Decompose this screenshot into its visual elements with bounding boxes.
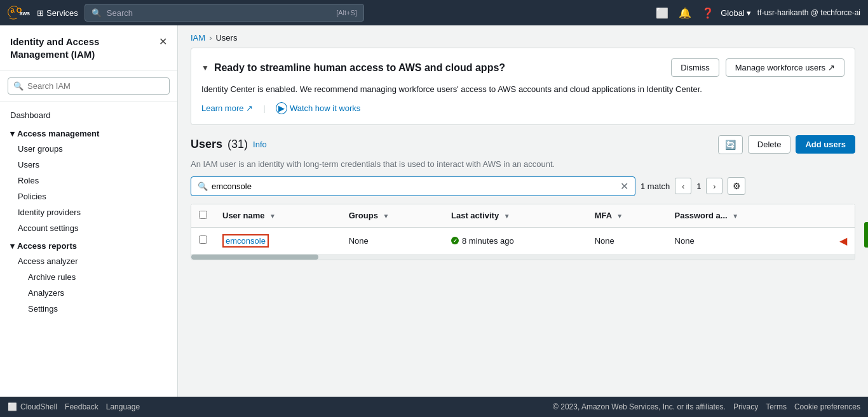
sort-icon: ▼: [504, 213, 510, 220]
content-area: IAM › Users ▼ Ready to streamline human …: [178, 25, 868, 397]
collapse-icon[interactable]: ▼: [201, 63, 209, 72]
users-count: (31): [227, 138, 248, 151]
col-groups[interactable]: Groups ▼: [341, 204, 444, 228]
help-icon[interactable]: ❓: [702, 7, 714, 19]
banner-title: ▼ Ready to streamline human access to AW…: [201, 62, 505, 74]
sidebar-search-container: 🔍: [0, 71, 177, 102]
select-all-checkbox[interactable]: [199, 211, 207, 219]
sidebar-item-account-settings[interactable]: Account settings: [0, 220, 177, 236]
users-info-link[interactable]: Info: [253, 140, 267, 149]
watch-video-link[interactable]: ▶ Watch how it works: [276, 102, 361, 114]
col-overflow: [813, 204, 855, 228]
users-description: An IAM user is an identity with long-ter…: [191, 159, 855, 169]
grid-icon: ⊞: [37, 8, 44, 18]
search-shortcut: [Alt+S]: [336, 9, 357, 17]
chevron-down-icon: ▾: [10, 129, 15, 138]
link-divider: |: [263, 103, 265, 113]
bell-icon[interactable]: 🔔: [679, 7, 691, 19]
sidebar: Identity and Access Management (IAM) ✕ 🔍…: [0, 25, 178, 397]
next-page-button[interactable]: ›: [706, 178, 722, 194]
scrollbar-thumb: [191, 255, 318, 260]
sort-icon: ▼: [269, 213, 276, 220]
users-search-input[interactable]: [212, 182, 616, 191]
sidebar-item-settings[interactable]: Settings: [0, 301, 177, 317]
bottom-bar-left: ⬜ CloudShell Feedback Language: [8, 402, 140, 411]
refresh-button[interactable]: 🔄: [718, 135, 743, 154]
search-icon: 🔍: [92, 8, 102, 18]
username-link[interactable]: emconsole: [222, 234, 269, 248]
banner-body: Identity Center is enabled. We recommend…: [201, 83, 844, 96]
feedback-link[interactable]: Feedback: [65, 402, 98, 411]
cell-password-age: None: [667, 227, 813, 254]
users-table-wrapper: User name ▼ Groups ▼ Last activity ▼: [191, 204, 855, 260]
sidebar-item-access-analyzer[interactable]: Access analyzer: [0, 253, 177, 269]
cookie-preferences-link[interactable]: Cookie preferences: [794, 402, 860, 411]
banner-links: Learn more ↗ | ▶ Watch how it works: [201, 102, 844, 114]
terms-link[interactable]: Terms: [766, 402, 787, 411]
sidebar-section-access-management: ▾ Access management: [0, 124, 177, 141]
privacy-link[interactable]: Privacy: [733, 402, 758, 411]
cloudshell-button[interactable]: ⬜ CloudShell: [8, 402, 57, 411]
users-title-group: Users (31) Info: [191, 138, 267, 151]
sidebar-item-users[interactable]: Users: [0, 157, 177, 173]
svg-text:aws: aws: [20, 10, 31, 17]
banner-actions: Dismiss Manage workforce users ↗: [671, 58, 844, 77]
main-layout: Identity and Access Management (IAM) ✕ 🔍…: [0, 25, 868, 397]
breadcrumb-iam[interactable]: IAM: [191, 33, 205, 43]
col-last-activity[interactable]: Last activity ▼: [444, 204, 587, 228]
terminal-icon[interactable]: ⬜: [656, 7, 668, 19]
copyright-text: © 2023, Amazon Web Services, Inc. or its…: [553, 402, 726, 411]
add-users-button[interactable]: Add users: [796, 135, 855, 154]
horizontal-scrollbar[interactable]: [191, 255, 855, 260]
chevron-down-icon: ▾: [10, 241, 15, 251]
col-password-age[interactable]: Password a... ▼: [667, 204, 813, 228]
aws-logo[interactable]: aws: [8, 5, 31, 20]
sidebar-item-identity-providers[interactable]: Identity providers: [0, 204, 177, 220]
sidebar-close-button[interactable]: ✕: [159, 36, 167, 48]
sidebar-item-policies[interactable]: Policies: [0, 189, 177, 204]
global-search-bar[interactable]: 🔍 [Alt+S]: [85, 4, 364, 22]
dismiss-button[interactable]: Dismiss: [671, 58, 719, 77]
manage-workforce-button[interactable]: Manage workforce users ↗: [726, 58, 844, 77]
play-icon: ▶: [276, 102, 287, 114]
region-selector[interactable]: Global ▾: [721, 8, 751, 18]
col-mfa[interactable]: MFA ▼: [587, 204, 667, 228]
cell-groups: None: [341, 227, 444, 254]
sidebar-search-input[interactable]: [27, 81, 164, 91]
bottom-bar-right: © 2023, Amazon Web Services, Inc. or its…: [553, 402, 860, 411]
identity-center-banner: ▼ Ready to streamline human access to AW…: [191, 48, 855, 125]
sidebar-item-roles[interactable]: Roles: [0, 173, 177, 189]
prev-page-button[interactable]: ‹: [675, 178, 691, 194]
users-heading: Users: [191, 138, 222, 151]
sort-icon: ▼: [616, 213, 623, 220]
pagination: ‹ 1 ›: [675, 178, 722, 194]
top-navigation: aws ⊞ Services 🔍 [Alt+S] ⬜ 🔔 ❓ Global ▾ …: [0, 0, 868, 25]
green-indicator: [864, 222, 868, 248]
services-menu[interactable]: ⊞ Services: [37, 8, 78, 18]
chevron-down-icon: ▾: [747, 8, 751, 18]
sidebar-item-dashboard[interactable]: Dashboard: [0, 107, 177, 124]
language-selector[interactable]: Language: [106, 402, 140, 411]
row-checkbox[interactable]: [199, 235, 207, 244]
delete-button[interactable]: Delete: [748, 135, 791, 154]
clear-search-button[interactable]: ✕: [620, 180, 628, 192]
users-search-bar[interactable]: 🔍 ✕: [191, 176, 635, 196]
global-search-input[interactable]: [107, 8, 331, 18]
breadcrumb: IAM › Users: [178, 25, 868, 48]
breadcrumb-users: Users: [215, 33, 237, 43]
sidebar-search-bar[interactable]: 🔍: [8, 77, 170, 95]
terminal-icon: ⬜: [8, 402, 17, 411]
user-menu[interactable]: tf-usr-harikanth @ techforce-ai: [757, 8, 860, 17]
table-row: emconsole None 8 minutes ago None None: [191, 227, 855, 254]
sort-icon: ▼: [383, 213, 390, 220]
nav-icons: ⬜ 🔔 ❓: [656, 7, 714, 19]
sidebar-title: Identity and Access Management (IAM): [10, 36, 159, 60]
learn-more-link[interactable]: Learn more ↗: [201, 103, 253, 113]
sidebar-item-user-groups[interactable]: User groups: [0, 141, 177, 157]
filter-row: 🔍 ✕ 1 match ‹ 1 › ⚙: [191, 176, 855, 196]
column-settings-button[interactable]: ⚙: [728, 177, 745, 195]
sidebar-item-analyzers[interactable]: Analyzers: [0, 285, 177, 301]
col-username[interactable]: User name ▼: [215, 204, 341, 228]
external-link-icon: ↗: [246, 103, 253, 113]
sidebar-item-archive-rules[interactable]: Archive rules: [0, 269, 177, 285]
